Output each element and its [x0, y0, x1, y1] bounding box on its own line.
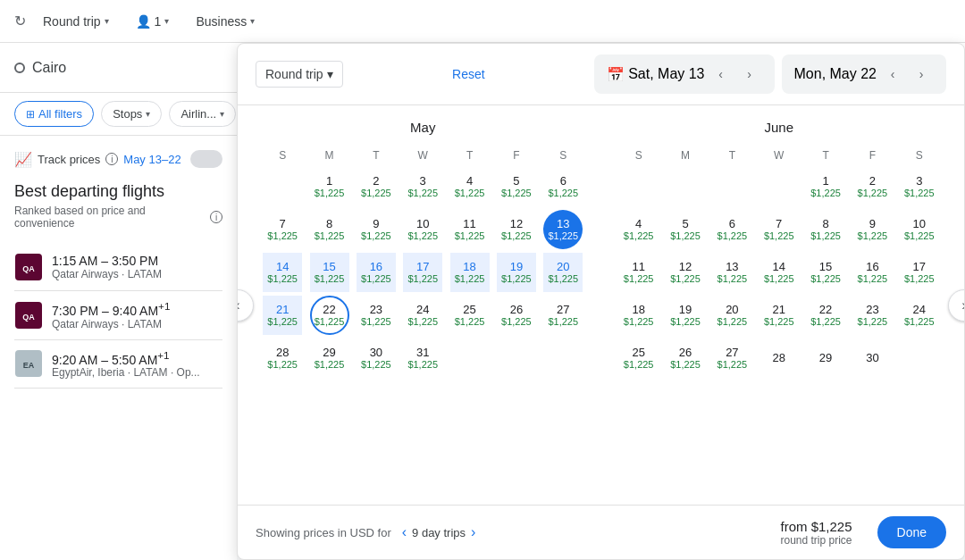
calendar-day-cell[interactable]: 15$1,225 — [806, 253, 845, 292]
calendar-day-cell[interactable]: 9$1,225 — [357, 210, 396, 249]
calendar-day[interactable]: 18$1,225 — [616, 294, 662, 337]
calendar-day[interactable]: 13$1,225 — [709, 251, 755, 294]
calendar-day[interactable]: 15$1,225 — [306, 251, 352, 294]
calendar-day[interactable]: 16$1,225 — [353, 251, 399, 294]
calendar-day[interactable] — [259, 165, 306, 208]
calendar-day[interactable]: 3$1,225 — [399, 165, 446, 208]
flight-card-3[interactable]: EA 9:20 AM – 5:50 AM+1 EgyptAir, Iberia … — [14, 340, 222, 389]
calendar-day[interactable]: 27$1,225 — [540, 294, 586, 337]
calendar-day[interactable]: 31$1,225 — [399, 337, 446, 380]
calendar-day-cell[interactable]: 19$1,225 — [497, 253, 536, 292]
calendar-day[interactable]: 17$1,225 — [896, 251, 943, 294]
all-filters-button[interactable]: ⊞ All filters — [14, 101, 94, 127]
calendar-day-cell[interactable]: 13$1,225 — [712, 253, 751, 292]
calendar-day[interactable]: 29 — [802, 337, 849, 380]
calendar-day[interactable] — [493, 337, 540, 380]
calendar-day-cell[interactable]: 3$1,225 — [403, 167, 442, 206]
calendar-day[interactable] — [446, 337, 492, 380]
calendar-day-cell[interactable]: 9$1,225 — [852, 210, 892, 249]
calendar-day-cell[interactable]: 17$1,225 — [900, 253, 939, 292]
calendar-day[interactable]: 27$1,225 — [709, 337, 755, 380]
calendar-day[interactable]: 7$1,225 — [756, 208, 802, 251]
calendar-day[interactable]: 8$1,225 — [306, 208, 352, 251]
calendar-day-cell[interactable]: 4$1,225 — [619, 210, 659, 249]
calendar-day-cell[interactable]: 7$1,225 — [263, 210, 302, 249]
calendar-day-cell[interactable]: 18$1,225 — [450, 253, 490, 292]
calendar-day[interactable]: 14$1,225 — [756, 251, 802, 294]
calendar-day[interactable]: 15$1,225 — [802, 251, 849, 294]
calendar-day-cell[interactable]: 20$1,225 — [543, 253, 583, 292]
calendar-day-cell[interactable]: 8$1,225 — [310, 210, 349, 249]
calendar-day[interactable]: 10$1,225 — [896, 208, 943, 251]
calendar-day-cell[interactable]: 13$1,225 — [543, 210, 583, 249]
cabin-selector[interactable]: Business ▾ — [186, 8, 264, 35]
passengers-selector[interactable]: 👤 1 ▾ — [126, 8, 180, 35]
calendar-day-cell[interactable]: 12$1,225 — [666, 253, 705, 292]
calendar-day[interactable]: 19$1,225 — [493, 251, 540, 294]
calendar-day[interactable]: 28 — [756, 337, 802, 380]
calendar-day[interactable]: 13$1,225 — [540, 208, 586, 251]
calendar-day-cell[interactable]: 11$1,225 — [450, 210, 490, 249]
calendar-day-cell[interactable]: 29 — [806, 339, 845, 378]
calendar-day-cell[interactable]: 15$1,225 — [310, 253, 349, 292]
calendar-day[interactable]: 21$1,225 — [756, 294, 802, 337]
calendar-day[interactable]: 12$1,225 — [493, 208, 540, 251]
calendar-day[interactable]: 11$1,225 — [446, 208, 492, 251]
calendar-day-cell[interactable]: 29$1,225 — [310, 339, 349, 378]
calendar-day-cell[interactable]: 1$1,225 — [310, 167, 349, 206]
calendar-day-cell[interactable]: 22$1,225 — [806, 296, 845, 335]
calendar-day-cell[interactable]: 26$1,225 — [666, 339, 705, 378]
calendar-day[interactable] — [756, 165, 802, 208]
calendar-day[interactable]: 23$1,225 — [849, 294, 895, 337]
calendar-day-cell[interactable]: 16$1,225 — [852, 253, 892, 292]
calendar-day[interactable]: 19$1,225 — [662, 294, 709, 337]
calendar-day[interactable]: 4$1,225 — [446, 165, 492, 208]
calendar-day-cell[interactable]: 27$1,225 — [543, 296, 583, 335]
calendar-day-cell[interactable]: 31$1,225 — [403, 339, 442, 378]
calendar-day[interactable]: 24$1,225 — [399, 294, 446, 337]
search-origin[interactable]: Cairo — [14, 60, 66, 76]
calendar-day[interactable]: 1$1,225 — [306, 165, 352, 208]
trips-prev-button[interactable]: ‹ — [402, 524, 407, 540]
calendar-day[interactable] — [709, 165, 755, 208]
calendar-day[interactable]: 7$1,225 — [259, 208, 306, 251]
calendar-day-cell[interactable]: 14$1,225 — [759, 253, 799, 292]
calendar-day-cell[interactable]: 11$1,225 — [619, 253, 659, 292]
calendar-day[interactable]: 8$1,225 — [802, 208, 849, 251]
calendar-day-cell[interactable]: 24$1,225 — [403, 296, 442, 335]
calendar-day[interactable]: 20$1,225 — [709, 294, 755, 337]
calendar-day-cell[interactable]: 6$1,225 — [543, 167, 583, 206]
calendar-day-cell[interactable]: 20$1,225 — [712, 296, 751, 335]
calendar-day-cell[interactable]: 8$1,225 — [806, 210, 845, 249]
stops-filter-button[interactable]: Stops ▾ — [101, 101, 162, 127]
calendar-day-cell[interactable]: 23$1,225 — [852, 296, 892, 335]
calendar-day[interactable]: 22$1,225 — [306, 294, 352, 337]
calendar-day[interactable] — [896, 337, 943, 380]
calendar-day[interactable] — [662, 165, 709, 208]
calendar-day-cell[interactable]: 6$1,225 — [712, 210, 751, 249]
calendar-day[interactable]: 9$1,225 — [353, 208, 399, 251]
return-next-button[interactable]: › — [909, 62, 934, 87]
calendar-day-cell[interactable]: 28 — [759, 339, 799, 378]
calendar-day[interactable]: 28$1,225 — [259, 337, 306, 380]
calendar-day[interactable]: 9$1,225 — [849, 208, 895, 251]
calendar-day[interactable]: 4$1,225 — [616, 208, 662, 251]
calendar-day-cell[interactable]: 30 — [852, 339, 892, 378]
calendar-day[interactable]: 30 — [849, 337, 895, 380]
return-prev-button[interactable]: ‹ — [880, 62, 905, 87]
calendar-day-cell[interactable]: 5$1,225 — [497, 167, 536, 206]
calendar-day[interactable]: 30$1,225 — [353, 337, 399, 380]
calendar-day[interactable]: 5$1,225 — [662, 208, 709, 251]
calendar-day[interactable]: 6$1,225 — [540, 165, 586, 208]
calendar-day-cell[interactable]: 17$1,225 — [403, 253, 442, 292]
calendar-day-cell[interactable]: 3$1,225 — [900, 167, 939, 206]
calendar-day-cell[interactable]: 1$1,225 — [806, 167, 845, 206]
calendar-day[interactable]: 29$1,225 — [306, 337, 352, 380]
calendar-day[interactable]: 24$1,225 — [896, 294, 943, 337]
calendar-day-cell[interactable]: 23$1,225 — [357, 296, 396, 335]
track-prices-toggle[interactable] — [190, 150, 222, 168]
calendar-day[interactable] — [540, 337, 586, 380]
calendar-day-cell[interactable]: 21$1,225 — [263, 296, 302, 335]
airlines-filter-button[interactable]: Airlin... ▾ — [169, 101, 236, 127]
calendar-day[interactable]: 14$1,225 — [259, 251, 306, 294]
